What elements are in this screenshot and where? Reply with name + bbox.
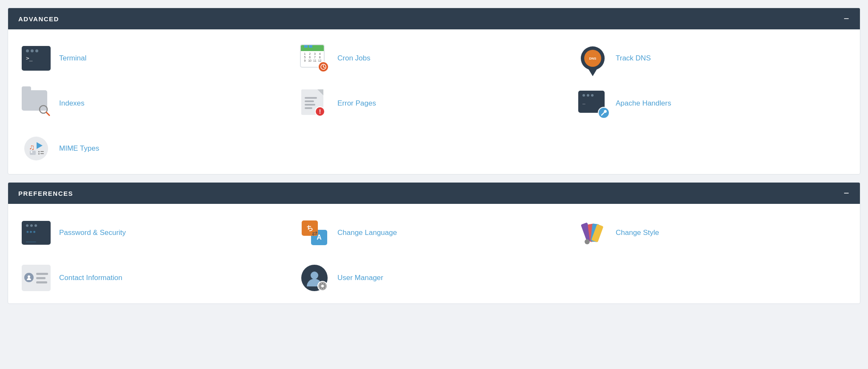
cron-jobs-label: Cron Jobs: [337, 54, 370, 63]
change-style-item[interactable]: Change Style: [575, 214, 853, 252]
preferences-header: PREFERENCES −: [8, 183, 860, 204]
svg-point-21: [321, 285, 324, 287]
apache-handlers-icon: _: [577, 88, 608, 119]
change-language-label: Change Language: [337, 229, 397, 237]
mime-types-icon: ♫: [21, 133, 51, 164]
indexes-label: Indexes: [59, 99, 85, 108]
track-dns-icon: DNS: [577, 43, 608, 74]
terminal-label: Terminal: [59, 54, 86, 63]
change-style-label: Change Style: [616, 229, 659, 237]
cron-jobs-icon: 1234 5678 9101112: [299, 43, 330, 74]
terminal-item[interactable]: >_ Terminal: [18, 40, 297, 77]
preferences-title: PREFERENCES: [18, 190, 73, 197]
preferences-section: PREFERENCES − *** ___ Password & Securit…: [8, 182, 860, 304]
contact-information-icon: [21, 263, 51, 293]
svg-line-4: [46, 112, 49, 115]
error-pages-icon: !: [299, 88, 330, 119]
svg-point-9: [31, 151, 32, 153]
user-manager-label: User Manager: [337, 274, 383, 282]
advanced-items-grid: >_ Terminal: [18, 40, 853, 167]
cron-jobs-item[interactable]: 1234 5678 9101112: [297, 40, 575, 77]
apache-handlers-label: Apache Handlers: [616, 99, 671, 108]
indexes-icon: [21, 88, 51, 119]
svg-rect-8: [30, 151, 36, 155]
preferences-collapse-button[interactable]: −: [844, 189, 850, 198]
svg-line-2: [323, 67, 325, 68]
svg-rect-11: [40, 151, 44, 152]
error-pages-item[interactable]: ! Error Pages: [297, 85, 575, 122]
svg-point-20: [311, 272, 318, 279]
track-dns-label: Track DNS: [616, 54, 651, 63]
preferences-body: *** ___ Password & Security ち ⇄: [8, 204, 860, 303]
svg-rect-12: [38, 153, 40, 154]
preferences-items-grid: *** ___ Password & Security ち ⇄: [18, 214, 853, 297]
svg-point-19: [28, 275, 30, 278]
contact-information-label: Contact Information: [59, 274, 122, 282]
terminal-icon: >_: [21, 43, 51, 74]
error-pages-label: Error Pages: [337, 99, 376, 108]
svg-text:♫: ♫: [29, 143, 35, 152]
advanced-body: >_ Terminal: [8, 29, 860, 174]
contact-information-item[interactable]: Contact Information: [18, 259, 297, 297]
apache-handlers-item[interactable]: _ Apache Handlers: [575, 85, 853, 122]
track-dns-item[interactable]: DNS Track DNS: [575, 40, 853, 77]
indexes-item[interactable]: Indexes: [18, 85, 297, 122]
svg-rect-10: [38, 151, 40, 152]
advanced-section: ADVANCED − >_ Terminal: [8, 8, 860, 174]
svg-point-18: [585, 239, 590, 244]
mime-types-item[interactable]: ♫: [18, 130, 297, 167]
user-manager-icon: [299, 263, 330, 293]
advanced-title: ADVANCED: [18, 15, 59, 23]
change-language-icon: ち ⇄ A: [299, 217, 330, 248]
change-language-item[interactable]: ち ⇄ A Change Language: [297, 214, 575, 252]
password-security-icon: *** ___: [21, 217, 51, 248]
password-security-item[interactable]: *** ___ Password & Security: [18, 214, 297, 252]
svg-rect-13: [40, 153, 44, 154]
svg-point-5: [24, 137, 48, 160]
user-manager-item[interactable]: User Manager: [297, 259, 575, 297]
change-style-icon: [577, 217, 608, 248]
advanced-collapse-button[interactable]: −: [844, 14, 850, 23]
mime-types-label: MIME Types: [59, 144, 99, 153]
password-security-label: Password & Security: [59, 229, 126, 237]
advanced-header: ADVANCED −: [8, 8, 860, 29]
